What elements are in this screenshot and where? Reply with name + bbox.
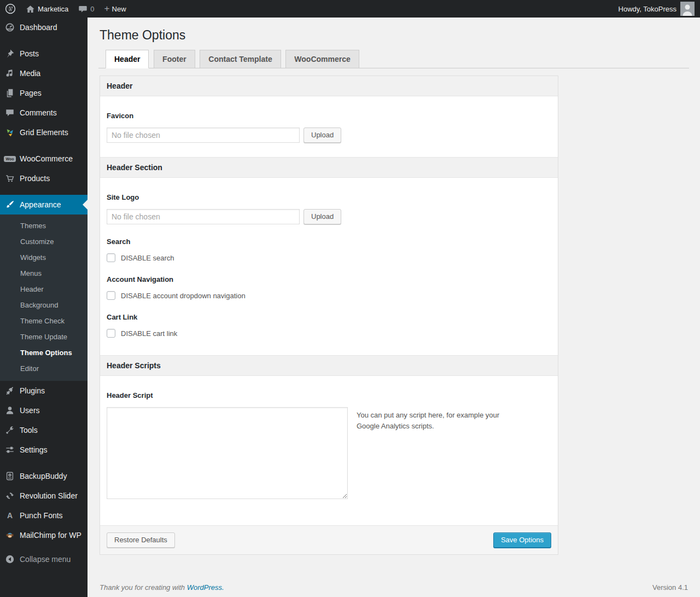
submenu-item-background[interactable]: Background xyxy=(0,297,88,313)
monkey-icon xyxy=(4,530,15,541)
menu-separator xyxy=(0,460,88,466)
admin-bar: Marketica 0 + New Howdy, TokoPress xyxy=(0,0,700,18)
sidebar-item-grid-elements[interactable]: Grid Elements xyxy=(0,123,88,142)
sidebar-item-products[interactable]: Products xyxy=(0,169,88,188)
search-label: Search xyxy=(107,237,551,246)
sidebar-item-label: Tools xyxy=(20,426,38,434)
sidebar-item-label: Grid Elements xyxy=(20,128,68,137)
sidebar-item-posts[interactable]: Posts xyxy=(0,44,88,63)
sidebar-item-collapse-menu[interactable]: Collapse menu xyxy=(0,549,88,569)
menu-separator xyxy=(0,37,88,44)
woocommerce-badge-icon: Woo xyxy=(4,153,15,164)
sidebar-item-pages[interactable]: Pages xyxy=(0,83,88,103)
sidebar-item-backupbuddy[interactable]: BackupBuddy xyxy=(0,466,88,486)
footer-thanks-prefix: Thank you for creating with xyxy=(100,583,185,592)
disable-cart-link-checkbox[interactable] xyxy=(107,329,115,338)
home-icon xyxy=(26,4,35,14)
plus-icon: + xyxy=(104,4,110,13)
submenu-item-theme-update[interactable]: Theme Update xyxy=(0,329,88,345)
wordpress-logo-menu[interactable] xyxy=(0,0,21,18)
sidebar-item-tools[interactable]: Tools xyxy=(0,420,88,440)
sidebar-item-woocommerce[interactable]: Woo WooCommerce xyxy=(0,149,88,169)
disable-search-label: DISABLE search xyxy=(121,254,174,262)
footer-thanks-text: Thank you for creating with WordPress. xyxy=(100,583,224,592)
restore-defaults-button[interactable]: Restore Defaults xyxy=(107,532,175,548)
section-header-section-title: Header Section xyxy=(100,157,558,178)
tab-header[interactable]: Header xyxy=(106,50,149,68)
header-script-description: You can put any script here, for example… xyxy=(357,410,523,432)
pushpin-icon xyxy=(4,48,15,59)
sidebar-item-label: Dashboard xyxy=(20,23,57,32)
sidebar-item-label: WooCommerce xyxy=(20,154,73,163)
settings-sliders-icon xyxy=(4,444,15,455)
sidebar-item-dashboard[interactable]: Dashboard xyxy=(0,18,88,37)
disable-account-nav-checkbox[interactable] xyxy=(107,291,115,300)
theme-options-panel: Header Favicon Upload Header Section Sit… xyxy=(100,76,558,555)
tab-woocommerce[interactable]: WooCommerce xyxy=(285,50,359,68)
tab-bar: Header Footer Contact Template WooCommer… xyxy=(98,47,689,68)
cart-icon xyxy=(4,173,15,184)
save-options-button[interactable]: Save Options xyxy=(493,532,551,548)
comment-bubble-icon xyxy=(78,4,88,14)
paintbrush-icon xyxy=(4,199,15,210)
header-script-textarea[interactable] xyxy=(107,407,348,499)
sidebar-item-plugins[interactable]: Plugins xyxy=(0,381,88,401)
submenu-item-themes[interactable]: Themes xyxy=(0,218,88,234)
sidebar-item-appearance[interactable]: Appearance xyxy=(0,195,88,215)
sidebar-item-revolution-slider[interactable]: Revolution Slider xyxy=(0,486,88,506)
sidebar-item-punch-fonts[interactable]: A Punch Fonts xyxy=(0,506,88,525)
tab-contact-template[interactable]: Contact Template xyxy=(200,50,281,68)
site-name-label: Marketica xyxy=(38,5,68,13)
tab-footer[interactable]: Footer xyxy=(154,50,195,68)
dashboard-icon xyxy=(4,22,15,33)
collapse-arrow-icon xyxy=(4,554,15,565)
sidebar-item-label: Revolution Slider xyxy=(20,491,78,500)
menu-separator xyxy=(0,142,88,149)
plugin-icon xyxy=(4,385,15,396)
grid-elements-icon xyxy=(4,127,15,138)
appearance-submenu: Themes Customize Widgets Menus Header Ba… xyxy=(0,215,88,381)
comments-menu[interactable]: 0 xyxy=(73,0,99,18)
submenu-item-widgets[interactable]: Widgets xyxy=(0,250,88,265)
sidebar-item-label: Media xyxy=(20,69,40,78)
sidebar-item-users[interactable]: Users xyxy=(0,401,88,420)
page-title: Theme Options xyxy=(98,18,689,47)
wordpress-link[interactable]: WordPress. xyxy=(187,583,224,592)
submenu-item-menus[interactable]: Menus xyxy=(0,265,88,281)
panel-footer: Restore Defaults Save Options xyxy=(100,525,558,554)
submenu-item-header[interactable]: Header xyxy=(0,281,88,297)
disable-search-checkbox[interactable] xyxy=(107,253,115,262)
favicon-file-input[interactable] xyxy=(107,127,300,143)
sidebar-item-label: MailChimp for WP xyxy=(20,531,81,540)
sidebar-item-label: Pages xyxy=(20,89,42,97)
sidebar-item-label: Products xyxy=(20,174,50,183)
submenu-item-customize[interactable]: Customize xyxy=(0,234,88,250)
header-script-label: Header Script xyxy=(107,391,551,399)
sidebar-item-media[interactable]: Media xyxy=(0,63,88,83)
wrench-icon xyxy=(4,425,15,436)
backup-drive-icon xyxy=(4,471,15,482)
site-logo-upload-button[interactable]: Upload xyxy=(304,209,341,224)
site-logo-label: Site Logo xyxy=(107,193,551,201)
comments-icon xyxy=(4,107,15,118)
sidebar-item-comments[interactable]: Comments xyxy=(0,103,88,123)
sidebar-item-mailchimp[interactable]: MailChimp for WP xyxy=(0,525,88,545)
sidebar-item-label: Collapse menu xyxy=(20,555,71,564)
user-icon xyxy=(4,405,15,416)
site-logo-file-input[interactable] xyxy=(107,209,300,224)
favicon-upload-button[interactable]: Upload xyxy=(304,127,341,143)
submenu-item-theme-check[interactable]: Theme Check xyxy=(0,313,88,329)
submenu-item-theme-options[interactable]: Theme Options xyxy=(0,345,88,361)
account-menu[interactable]: Howdy, TokoPress xyxy=(614,0,700,18)
sidebar-item-settings[interactable]: Settings xyxy=(0,440,88,460)
user-avatar-icon xyxy=(680,2,695,16)
sidebar-item-label: Settings xyxy=(20,445,48,454)
media-icon xyxy=(4,68,15,79)
pages-icon xyxy=(4,88,15,98)
new-content-menu[interactable]: + New xyxy=(100,0,131,18)
submenu-item-editor[interactable]: Editor xyxy=(0,361,88,376)
section-header-scripts-title: Header Scripts xyxy=(100,355,558,376)
disable-cart-link-label: DISABLE cart link xyxy=(121,329,177,338)
site-name-menu[interactable]: Marketica xyxy=(21,0,73,18)
favicon-label: Favicon xyxy=(107,112,551,120)
